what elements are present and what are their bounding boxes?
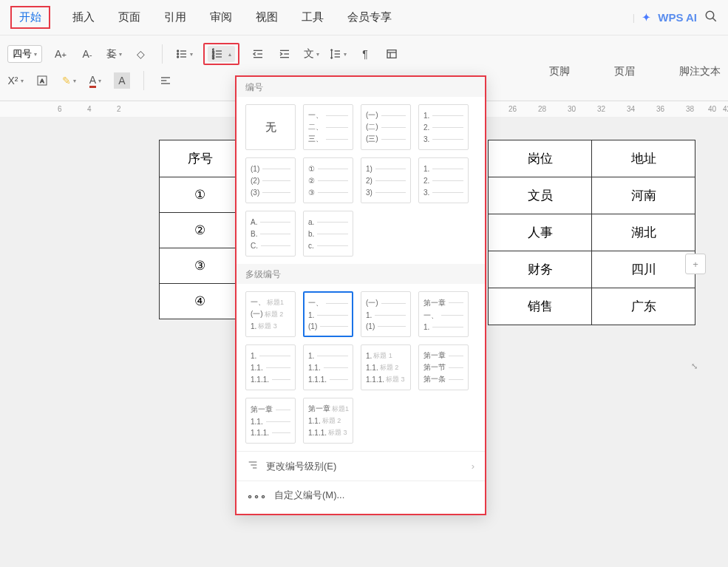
- text-direction-icon[interactable]: 文▾: [303, 46, 319, 62]
- document-table-right[interactable]: 岗位 地址 文员 河南 人事 湖北 财务 四川 销售 广东: [488, 140, 695, 325]
- highlight-icon[interactable]: ✎▾: [61, 72, 77, 89]
- table-cell[interactable]: 人事: [489, 214, 592, 251]
- table-cell[interactable]: 财务: [489, 251, 592, 288]
- menu-item-view[interactable]: 视图: [254, 7, 279, 27]
- bullets-icon[interactable]: ▾: [176, 46, 193, 62]
- increase-font-icon[interactable]: A+: [52, 46, 69, 62]
- table-cell[interactable]: 河南: [592, 177, 695, 214]
- tab-footnote[interactable]: 脚注文本: [679, 65, 721, 78]
- wps-ai-icon[interactable]: ✦: [642, 12, 650, 23]
- ruler-mark: 2: [117, 105, 121, 113]
- table-row[interactable]: 财务 四川: [489, 251, 695, 288]
- menu-item-page[interactable]: 页面: [117, 7, 142, 27]
- multilevel-option[interactable]: (一) 1. (1): [361, 291, 411, 337]
- superscript-icon[interactable]: X²▾: [7, 72, 24, 89]
- menu-item-tools[interactable]: 工具: [300, 7, 325, 27]
- table-cell[interactable]: ④: [160, 284, 241, 319]
- ruler-mark: 38: [686, 105, 694, 113]
- add-column-handle[interactable]: +: [685, 254, 706, 274]
- decrease-indent-icon[interactable]: [250, 46, 266, 62]
- toolbar-divider: [143, 71, 144, 90]
- indent-level-icon: [247, 459, 259, 473]
- change-numbering-level[interactable]: 更改编号级别(E) ›: [237, 451, 485, 481]
- table-row[interactable]: 岗位 地址: [489, 140, 695, 177]
- table-row[interactable]: 人事 湖北: [489, 214, 695, 251]
- paragraph-icon[interactable]: ¶: [357, 46, 373, 62]
- char-shading-icon[interactable]: A: [114, 72, 130, 89]
- numbering-option[interactable]: 1) 2) 3): [361, 157, 411, 203]
- ruler-mark: 30: [568, 105, 576, 113]
- layout-icon[interactable]: [384, 46, 400, 62]
- tab-footer[interactable]: 页脚: [549, 65, 570, 78]
- ruler-mark: 40: [708, 105, 716, 113]
- multilevel-option[interactable]: 第一章 1.1. 1.1.1.: [245, 398, 296, 444]
- numbering-option[interactable]: 1. 2. 3.: [418, 104, 469, 150]
- table-cell[interactable]: 四川: [592, 251, 695, 288]
- increase-indent-icon[interactable]: [276, 46, 293, 62]
- font-color-icon[interactable]: A▾: [87, 72, 103, 89]
- table-cell[interactable]: ①: [160, 177, 241, 213]
- menu-item-insert[interactable]: 插入: [71, 7, 96, 27]
- multilevel-option[interactable]: 1. 1.1. 1.1.1.: [303, 344, 353, 390]
- table-header-num[interactable]: 序号: [160, 140, 241, 177]
- document-table[interactable]: 序号 ① ② ③ ④: [159, 140, 241, 319]
- font-size-dropdown[interactable]: 四号 ▾: [7, 45, 42, 63]
- numbering-option[interactable]: a. b. c.: [303, 211, 353, 257]
- divider: |: [633, 12, 635, 23]
- table-cell[interactable]: 湖北: [592, 214, 695, 251]
- table-cell[interactable]: 销售: [489, 288, 592, 325]
- search-icon[interactable]: [704, 10, 718, 25]
- numbering-option[interactable]: (1) (2) (3): [245, 157, 296, 203]
- table-row[interactable]: ②: [160, 213, 241, 248]
- numbering-button-highlighted[interactable]: 123 ▴: [203, 43, 239, 65]
- phonetic-guide-icon[interactable]: 㚣▾: [106, 46, 122, 62]
- font-size-value: 四号: [13, 47, 32, 61]
- table-row[interactable]: ③: [160, 248, 241, 284]
- toolbar-divider: [162, 44, 163, 64]
- menu-item-member[interactable]: 会员专享: [346, 7, 393, 27]
- clear-format-icon[interactable]: ◇: [132, 46, 149, 62]
- multilevel-option[interactable]: 1. 1.1. 1.1.1.: [245, 344, 296, 390]
- table-row[interactable]: ④: [160, 284, 241, 319]
- menu-item-start[interactable]: 开始: [10, 6, 50, 29]
- ruler-mark: 4: [87, 105, 92, 113]
- menu-item-review[interactable]: 审阅: [208, 7, 234, 27]
- table-row[interactable]: 序号: [160, 140, 241, 177]
- table-cell[interactable]: ③: [160, 248, 241, 284]
- custom-numbering[interactable]: ∘∘∘ 自定义编号(M)...: [237, 481, 485, 509]
- align-left-icon[interactable]: [157, 72, 174, 89]
- chevron-right-icon: ›: [472, 461, 474, 472]
- numbering-option-none[interactable]: 无: [245, 104, 296, 150]
- more-icon: ∘∘∘: [247, 490, 267, 501]
- svg-rect-24: [387, 50, 396, 58]
- table-row[interactable]: 文员 河南: [489, 177, 695, 214]
- multilevel-option[interactable]: 第一章标题1 1.1.标题 2 1.1.1.标题 3: [303, 398, 353, 444]
- multilevel-grid: 一、标题1 (一)标题 2 1.标题 3 一、 1. (1) (一) 1. (1…: [237, 284, 485, 451]
- wps-ai-label[interactable]: WPS AI: [658, 11, 697, 24]
- table-cell[interactable]: 广东: [592, 288, 695, 325]
- table-header-addr[interactable]: 地址: [592, 140, 695, 177]
- table-row[interactable]: 销售 广东: [489, 288, 695, 325]
- section-title-multilevel: 多级编号: [237, 264, 485, 284]
- svg-point-4: [177, 53, 179, 55]
- multilevel-option[interactable]: 一、标题1 (一)标题 2 1.标题 3: [245, 291, 296, 337]
- table-cell[interactable]: 文员: [489, 177, 592, 214]
- numbering-option[interactable]: 一、 二、 三、: [303, 104, 353, 150]
- numbering-option[interactable]: (一) (二) (三): [361, 104, 411, 150]
- table-cell[interactable]: ②: [160, 213, 241, 248]
- multilevel-option-selected[interactable]: 一、 1. (1): [303, 291, 353, 337]
- menu-item-reference[interactable]: 引用: [163, 7, 188, 27]
- character-border-icon[interactable]: A: [34, 72, 50, 89]
- table-header-pos[interactable]: 岗位: [489, 140, 592, 177]
- decrease-font-icon[interactable]: A-: [79, 46, 95, 62]
- numbering-option[interactable]: A. B. C.: [245, 211, 296, 257]
- tab-header[interactable]: 页眉: [614, 65, 635, 78]
- numbering-option[interactable]: ① ② ③: [303, 157, 353, 203]
- multilevel-option[interactable]: 第一章 第一节 第一条: [418, 344, 469, 390]
- line-spacing-icon[interactable]: ▾: [330, 46, 347, 62]
- multilevel-option[interactable]: 第一章 一、 1.: [418, 291, 469, 337]
- table-row[interactable]: ①: [160, 177, 241, 213]
- table-resize-handle[interactable]: ⤡: [691, 361, 706, 376]
- numbering-option[interactable]: 1. 2. 3.: [418, 157, 469, 203]
- multilevel-option[interactable]: 1.标题 1 1.1.标题 2 1.1.1.标题 3: [361, 344, 411, 390]
